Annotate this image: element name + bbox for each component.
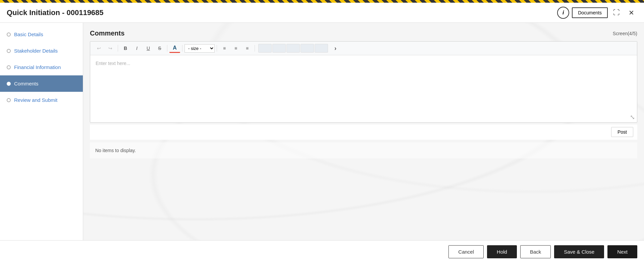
toolbar-extra-3	[286, 44, 300, 53]
sidebar-dot	[7, 98, 11, 102]
toolbar-extra-4	[301, 44, 314, 53]
sidebar-dot	[7, 32, 11, 37]
sidebar-item-basic-details[interactable]: Basic Details	[0, 26, 83, 43]
sidebar-item-stakeholder-details[interactable]: Stakeholder Details	[0, 43, 83, 59]
section-title: Comments	[90, 29, 124, 37]
font-color-button[interactable]: A	[169, 44, 180, 53]
editor-toolbar: ↩ ↪ B I U S A - size - 8 10	[90, 42, 637, 55]
next-button[interactable]: Next	[607, 245, 637, 258]
save-close-button[interactable]: Save & Close	[554, 245, 604, 258]
toolbar-separator-3	[182, 45, 182, 52]
align-right-button[interactable]: ≡	[242, 44, 253, 53]
more-toolbar-button[interactable]: ›	[330, 44, 341, 53]
undo-button[interactable]: ↩	[94, 44, 104, 53]
underline-button[interactable]: U	[143, 44, 154, 53]
toolbar-separator-2	[167, 45, 167, 52]
comment-text-area[interactable]: Enter text here... ⤡	[90, 55, 637, 122]
screen-indicator: Screen(4/5)	[613, 31, 637, 36]
info-button[interactable]: i	[557, 7, 569, 19]
toolbar-extra-5	[315, 44, 328, 53]
footer: Cancel Hold Back Save & Close Next	[0, 240, 644, 263]
toolbar-extra-2	[272, 44, 286, 53]
expand-icon: ⛶	[613, 9, 620, 16]
align-left-button[interactable]: ≡	[219, 44, 230, 53]
hold-button[interactable]: Hold	[487, 245, 517, 258]
page-title: Quick Initiation - 000119685	[7, 8, 557, 17]
sidebar-item-comments[interactable]: Comments	[0, 75, 83, 92]
sidebar-item-review-and-submit[interactable]: Review and Submit	[0, 92, 83, 108]
align-center-button[interactable]: ≡	[230, 44, 241, 53]
font-size-select[interactable]: - size - 8 10 12 14 16 18 24 36	[184, 44, 215, 53]
cancel-button[interactable]: Cancel	[448, 245, 484, 258]
toolbar-separator	[118, 45, 118, 52]
italic-button[interactable]: I	[131, 44, 142, 53]
editor-placeholder: Enter text here...	[96, 61, 130, 66]
expand-window-button[interactable]: ⛶	[610, 7, 623, 19]
toolbar-separator-4	[217, 45, 217, 52]
main-panel: Comments Screen(4/5) ↩ ↪ B I U S	[83, 23, 644, 240]
sidebar-dot	[7, 49, 11, 53]
close-button[interactable]: ✕	[625, 7, 637, 19]
close-icon: ✕	[629, 9, 634, 17]
post-area: Post	[90, 124, 637, 140]
sidebar-label: Comments	[14, 81, 39, 86]
sidebar-dot	[7, 65, 11, 69]
toolbar-extra-1	[258, 44, 272, 53]
toolbar-separator-5	[255, 45, 255, 52]
sidebar: Basic Details Stakeholder Details Financ…	[0, 23, 83, 240]
documents-button[interactable]: Documents	[572, 7, 608, 18]
back-button[interactable]: Back	[520, 245, 551, 258]
no-items-message: No items to display.	[90, 142, 637, 158]
post-button[interactable]: Post	[611, 127, 633, 137]
sidebar-label: Financial Information	[14, 64, 61, 70]
resize-handle[interactable]: ⤡	[630, 114, 635, 121]
strikethrough-button[interactable]: S	[154, 44, 165, 53]
sidebar-label: Review and Submit	[14, 97, 57, 103]
sidebar-item-financial-information[interactable]: Financial Information	[0, 59, 83, 75]
sidebar-label: Basic Details	[14, 31, 43, 37]
sidebar-label: Stakeholder Details	[14, 48, 58, 54]
bold-button[interactable]: B	[120, 44, 131, 53]
sidebar-dot	[7, 82, 11, 86]
redo-button[interactable]: ↪	[105, 44, 116, 53]
comment-editor: ↩ ↪ B I U S A - size - 8 10	[90, 41, 637, 123]
